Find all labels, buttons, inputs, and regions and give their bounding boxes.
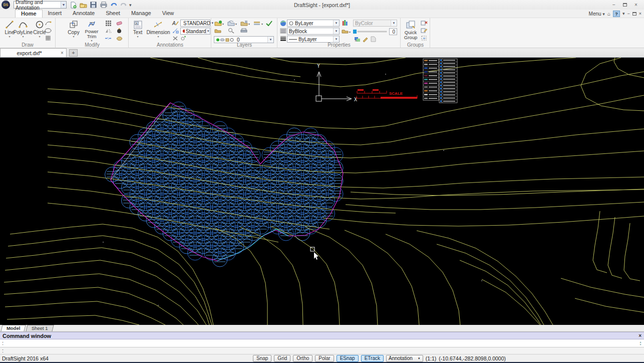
property-pencil-icon[interactable] xyxy=(361,36,369,43)
annotation-scale-icon[interactable] xyxy=(179,35,187,42)
layer-check-icon[interactable] xyxy=(265,20,273,27)
bycolor-combobox[interactable]: ByColor ▼ xyxy=(353,20,397,27)
new-file-button[interactable] xyxy=(69,1,78,9)
document-tab-export[interactable]: export.dxf* × xyxy=(0,48,67,57)
layer-print-icon[interactable] xyxy=(240,27,248,34)
restore-button[interactable] xyxy=(620,2,630,9)
toggle-snap[interactable]: Snap xyxy=(253,355,271,362)
home-view-button[interactable]: ⌂ xyxy=(607,11,610,17)
toggle-ortho[interactable]: Ortho xyxy=(293,355,312,362)
circle-icon xyxy=(35,20,44,29)
layers-manager-icon[interactable]: ▾ xyxy=(214,20,225,27)
tab-manage[interactable]: Manage xyxy=(126,10,157,18)
command-window-header[interactable]: Command window × xyxy=(0,332,644,339)
redo-button[interactable] xyxy=(119,1,128,9)
lineweight-combobox[interactable]: ByBlock ▼ xyxy=(287,28,340,35)
menu-button[interactable]: Menu ▾ xyxy=(589,11,605,17)
command-history-spinner[interactable]: ▲▼ xyxy=(638,340,643,346)
lineweight-value: ByBlock xyxy=(289,29,307,34)
app-logo-icon[interactable]: DS xyxy=(2,1,10,9)
transparency-value[interactable]: 0 xyxy=(389,28,397,35)
window-controls: − × xyxy=(609,2,644,9)
properties-painter-icon[interactable]: A xyxy=(353,36,361,43)
layer-activate-icon[interactable] xyxy=(214,27,222,34)
doc-minimize-button[interactable]: − xyxy=(627,11,629,16)
annotation-reset-icon[interactable] xyxy=(171,35,179,42)
close-tab-icon[interactable]: × xyxy=(58,50,66,56)
toggle-grid[interactable]: Grid xyxy=(274,355,290,362)
power-trim-button[interactable]: Power Trim▾ xyxy=(82,19,101,42)
toggle-polar[interactable]: Polar xyxy=(315,355,334,362)
tab-sheet-1[interactable]: Sheet 1 xyxy=(26,325,54,331)
minimize-button[interactable]: − xyxy=(609,2,619,9)
polyline-icon xyxy=(18,20,28,29)
text-style-combobox[interactable]: STANDARD ▼ xyxy=(180,20,210,27)
svg-text:▾: ▾ xyxy=(349,31,351,34)
group-label-annotations: Annotations xyxy=(129,42,211,48)
undo-button[interactable] xyxy=(109,1,118,9)
text-style-icon[interactable]: A xyxy=(171,20,179,27)
print-button[interactable] xyxy=(99,1,108,9)
linestyle-combobox[interactable]: ByLayer ▼ xyxy=(287,36,340,43)
ellipse-tool-icon[interactable] xyxy=(44,27,52,34)
hatch-tool-icon[interactable] xyxy=(44,35,52,42)
lineweight-icon[interactable] xyxy=(279,27,287,34)
qat-customize-button[interactable]: ▾ xyxy=(129,3,132,8)
explode-tool-icon[interactable] xyxy=(115,27,123,34)
color-sphere-icon[interactable] xyxy=(279,20,287,27)
redo-arrow-icon xyxy=(120,2,127,8)
polyline-button[interactable]: PolyLine▾ xyxy=(13,19,33,42)
linecolor-combobox[interactable]: ByLayer ▼ xyxy=(287,20,340,27)
tab-sheet[interactable]: Sheet xyxy=(100,10,126,18)
linestyle-value: ByLayer xyxy=(298,37,317,42)
text-button[interactable]: A Text▾ xyxy=(130,19,145,42)
drawing-canvas[interactable]: YXSCALE xyxy=(0,58,644,325)
save-button[interactable] xyxy=(89,1,98,9)
help-button[interactable]: ? xyxy=(613,11,620,17)
mirror-tool-icon[interactable] xyxy=(104,27,112,34)
doc-restore-button[interactable] xyxy=(632,11,636,17)
edit-group-icon[interactable] xyxy=(420,27,428,34)
layer-preview-icon[interactable]: ▾ xyxy=(227,20,238,27)
help-dropdown-button[interactable]: ▾ xyxy=(622,11,625,16)
copy-button[interactable]: Copy▾ xyxy=(65,19,82,42)
tab-model[interactable]: Model xyxy=(1,325,26,331)
tab-home[interactable]: Home xyxy=(15,10,43,18)
annotation-scale-combobox[interactable]: Annotation ▼ xyxy=(386,355,423,362)
new-document-tab-button[interactable]: + xyxy=(69,49,78,57)
color-bars-icon[interactable] xyxy=(341,20,349,27)
linestyle-icon[interactable] xyxy=(279,35,287,42)
close-button[interactable]: × xyxy=(631,2,641,9)
doc-close-button[interactable]: × xyxy=(639,11,641,16)
workspace-combobox[interactable]: Drafting and Annotation ▼ xyxy=(14,1,67,9)
property-page-icon[interactable] xyxy=(369,36,377,43)
toggle-esnap[interactable]: ESnap xyxy=(337,355,359,362)
dimension-style-combobox[interactable]: Standard ▼ xyxy=(180,28,210,35)
chevron-down-icon[interactable]: ▼ xyxy=(61,2,66,8)
undo-arrow-icon xyxy=(110,2,117,8)
ungroup-icon[interactable] xyxy=(420,20,428,27)
dimension-style-icon[interactable] xyxy=(171,27,179,34)
toggle-etrack[interactable]: ETrack xyxy=(361,355,384,362)
richline-style-icon[interactable]: ▾ xyxy=(341,28,352,35)
pattern-tool-icon[interactable] xyxy=(104,20,112,27)
annotation-combo-value: Annotation xyxy=(389,355,413,361)
group-select-icon[interactable] xyxy=(420,35,428,42)
dimension-button[interactable]: Dimension▾ xyxy=(146,19,170,42)
layer-find-icon[interactable] xyxy=(227,27,235,34)
layer-tools-icon[interactable]: ▾ xyxy=(253,20,264,27)
arc-tool-icon[interactable] xyxy=(44,20,52,27)
transparency-slider[interactable] xyxy=(353,29,387,34)
open-file-button[interactable] xyxy=(79,1,88,9)
quick-group-button[interactable]: Quick Group xyxy=(403,19,419,42)
command-window-close-icon[interactable]: × xyxy=(638,333,641,338)
layer-states-icon[interactable]: ▾ xyxy=(240,20,251,27)
eraser-tool-icon[interactable] xyxy=(115,20,123,27)
split-tool-icon[interactable] xyxy=(104,35,112,42)
tab-insert[interactable]: Insert xyxy=(43,10,68,18)
ribbon-group-groups: Quick Group Groups xyxy=(401,18,430,48)
tab-view[interactable]: View xyxy=(157,10,180,18)
weld-tool-icon[interactable] xyxy=(115,35,123,42)
command-input[interactable]: : ▲▼ xyxy=(0,339,644,347)
tab-annotate[interactable]: Annotate xyxy=(67,10,100,18)
